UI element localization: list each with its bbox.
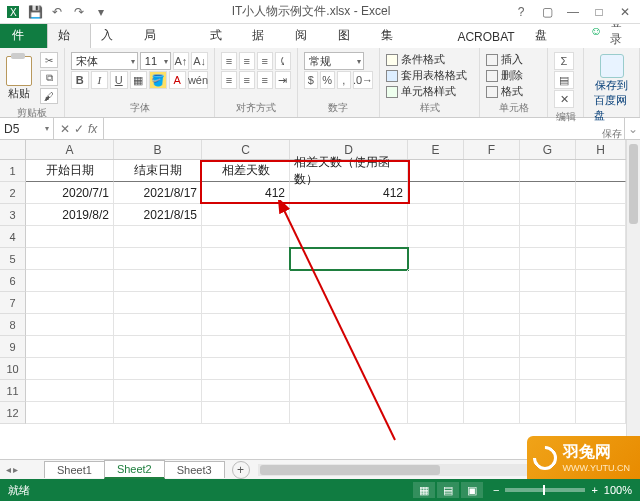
cell[interactable]: [576, 402, 626, 424]
cell[interactable]: [290, 358, 408, 380]
align-right-icon[interactable]: ≡: [257, 71, 273, 89]
sheet-tab[interactable]: Sheet2: [104, 460, 165, 479]
cell[interactable]: [290, 292, 408, 314]
row-header[interactable]: 11: [0, 380, 26, 402]
border-icon[interactable]: ▦: [130, 71, 148, 89]
cell[interactable]: [290, 314, 408, 336]
cell[interactable]: [290, 270, 408, 292]
cell[interactable]: 2021/8/17: [114, 182, 202, 204]
cell[interactable]: [520, 270, 576, 292]
cell[interactable]: [576, 204, 626, 226]
cell[interactable]: [202, 402, 290, 424]
ribbon-options-icon[interactable]: ▢: [538, 5, 556, 19]
redo-icon[interactable]: ↷: [70, 3, 88, 21]
cell[interactable]: [26, 314, 114, 336]
cell[interactable]: [520, 226, 576, 248]
cell[interactable]: 2019/8/2: [26, 204, 114, 226]
cell[interactable]: [114, 336, 202, 358]
row-header[interactable]: 10: [0, 358, 26, 380]
cell[interactable]: [408, 380, 464, 402]
cancel-formula-icon[interactable]: ✕: [60, 122, 70, 136]
align-top-icon[interactable]: ≡: [221, 52, 237, 70]
cell[interactable]: [202, 226, 290, 248]
fx-icon[interactable]: fx: [88, 122, 97, 136]
page-break-view-icon[interactable]: ▣: [461, 482, 483, 498]
cell[interactable]: [114, 314, 202, 336]
align-middle-icon[interactable]: ≡: [239, 52, 255, 70]
row-header[interactable]: 9: [0, 336, 26, 358]
align-center-icon[interactable]: ≡: [239, 71, 255, 89]
bold-button[interactable]: B: [71, 71, 89, 89]
cell[interactable]: [576, 248, 626, 270]
fill-icon[interactable]: ▤: [554, 71, 574, 89]
cell[interactable]: 结束日期: [114, 160, 202, 182]
cell[interactable]: [576, 182, 626, 204]
cell[interactable]: [26, 248, 114, 270]
autosum-icon[interactable]: Σ: [554, 52, 574, 70]
cell[interactable]: [520, 292, 576, 314]
col-header-b[interactable]: B: [114, 140, 202, 159]
page-layout-view-icon[interactable]: ▤: [437, 482, 459, 498]
paste-button[interactable]: 粘贴: [6, 56, 32, 101]
col-header-f[interactable]: F: [464, 140, 520, 159]
cell[interactable]: 2020/7/1: [26, 182, 114, 204]
align-bottom-icon[interactable]: ≡: [257, 52, 273, 70]
cell[interactable]: [576, 226, 626, 248]
cell[interactable]: [464, 270, 520, 292]
percent-icon[interactable]: %: [320, 71, 335, 89]
format-cells-button[interactable]: 格式: [486, 84, 541, 99]
save-icon[interactable]: 💾: [26, 3, 44, 21]
currency-icon[interactable]: $: [304, 71, 319, 89]
cell[interactable]: [290, 336, 408, 358]
increase-font-icon[interactable]: A↑: [173, 52, 190, 70]
row-header[interactable]: 3: [0, 204, 26, 226]
col-header-h[interactable]: H: [576, 140, 626, 159]
cell[interactable]: [202, 380, 290, 402]
col-header-a[interactable]: A: [26, 140, 114, 159]
feedback-icon[interactable]: ☺: [590, 24, 602, 38]
cell[interactable]: [520, 160, 576, 182]
selected-cell[interactable]: [290, 248, 408, 270]
cell[interactable]: [114, 226, 202, 248]
cell[interactable]: [408, 160, 464, 182]
cell[interactable]: [408, 182, 464, 204]
expand-formula-bar-icon[interactable]: ⌄: [624, 118, 640, 139]
cell[interactable]: [576, 380, 626, 402]
fill-color-icon[interactable]: 🪣: [149, 71, 167, 89]
cell[interactable]: [114, 380, 202, 402]
table-format-button[interactable]: 套用表格格式: [386, 68, 473, 83]
cell[interactable]: [290, 204, 408, 226]
help-icon[interactable]: ?: [512, 5, 530, 19]
cell[interactable]: [520, 204, 576, 226]
tab-acrobat[interactable]: ACROBAT: [447, 26, 524, 48]
cell[interactable]: [464, 226, 520, 248]
select-all-corner[interactable]: [0, 140, 26, 159]
cell[interactable]: [576, 358, 626, 380]
row-header[interactable]: 8: [0, 314, 26, 336]
cell[interactable]: [408, 292, 464, 314]
cell[interactable]: [520, 336, 576, 358]
cut-icon[interactable]: ✂: [40, 52, 58, 68]
cell[interactable]: [202, 270, 290, 292]
row-header[interactable]: 4: [0, 226, 26, 248]
enter-formula-icon[interactable]: ✓: [74, 122, 84, 136]
cell[interactable]: [464, 292, 520, 314]
row-header[interactable]: 6: [0, 270, 26, 292]
cell[interactable]: [464, 248, 520, 270]
cell[interactable]: [520, 380, 576, 402]
cell[interactable]: [26, 336, 114, 358]
col-header-g[interactable]: G: [520, 140, 576, 159]
cell[interactable]: [464, 204, 520, 226]
cell[interactable]: [464, 160, 520, 182]
italic-button[interactable]: I: [91, 71, 109, 89]
cell[interactable]: [114, 248, 202, 270]
cell[interactable]: [576, 314, 626, 336]
cell[interactable]: [202, 336, 290, 358]
name-box[interactable]: D5: [0, 118, 54, 139]
row-header[interactable]: 1: [0, 160, 26, 182]
cell[interactable]: [520, 182, 576, 204]
new-sheet-button[interactable]: +: [232, 461, 250, 479]
cell[interactable]: [290, 402, 408, 424]
worksheet-grid[interactable]: A B C D E F G H 1 开始日期 结束日期 相差天数 相差天数（使用…: [0, 140, 640, 459]
cell[interactable]: [290, 380, 408, 402]
